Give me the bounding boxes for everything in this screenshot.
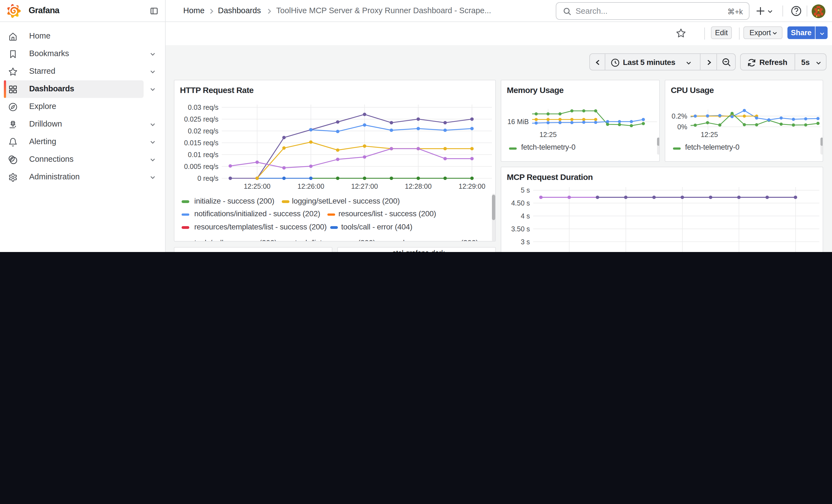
svg-text:12:26:00: 12:26:00 (297, 182, 324, 190)
svg-text:0.02 req/s: 0.02 req/s (188, 127, 218, 135)
svg-text:0.005 req/s: 0.005 req/s (184, 163, 218, 170)
svg-text:5 s: 5 s (521, 186, 530, 194)
svg-text:2.50 s: 2.50 s (511, 250, 530, 252)
svg-text:16 MiB: 16 MiB (508, 118, 529, 126)
svg-text:0.015 req/s: 0.015 req/s (184, 139, 218, 147)
svg-text:0%: 0% (677, 123, 687, 131)
svg-text:12:25:00: 12:25:00 (244, 182, 270, 190)
svg-text:4.50 s: 4.50 s (511, 199, 530, 207)
svg-text:12:25: 12:25 (701, 131, 718, 138)
svg-text:0.03 req/s: 0.03 req/s (188, 103, 218, 111)
svg-text:12:28:00: 12:28:00 (405, 182, 432, 190)
svg-text:3.50 s: 3.50 s (511, 225, 530, 233)
svg-text:4 s: 4 s (521, 212, 530, 220)
svg-text:12:29:00: 12:29:00 (459, 182, 485, 190)
svg-text:12:27:00: 12:27:00 (351, 182, 378, 190)
svg-text:0.025 req/s: 0.025 req/s (184, 115, 218, 123)
svg-text:0.01 req/s: 0.01 req/s (188, 151, 218, 158)
svg-text:12:25: 12:25 (540, 131, 557, 138)
svg-text:3 s: 3 s (521, 238, 530, 246)
svg-text:0 req/s: 0 req/s (198, 175, 218, 182)
svg-text:0.2%: 0.2% (672, 112, 687, 120)
